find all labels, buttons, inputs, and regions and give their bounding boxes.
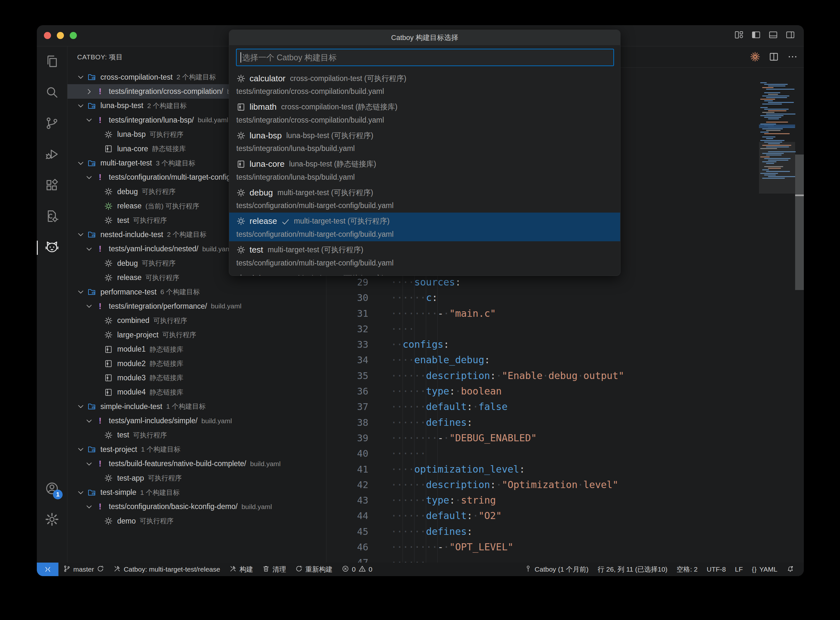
chevron-down-icon[interactable] <box>84 173 94 182</box>
cursor-position[interactable]: 行 26, 列 11 (已选择10) <box>597 565 668 574</box>
minimap[interactable] <box>759 68 795 563</box>
catboy-target[interactable]: Catboy: multi-target-test/release <box>113 565 220 574</box>
toggle-primary-sidebar-icon[interactable] <box>751 30 761 40</box>
tree-row[interactable]: module4静态链接库 <box>68 385 326 399</box>
layout-customize-icon[interactable] <box>734 30 744 40</box>
indentation[interactable]: 空格: 2 <box>677 565 698 574</box>
chevron-down-icon[interactable] <box>76 444 86 454</box>
code-token: ······ <box>391 448 426 459</box>
code-text: ······type:·string <box>368 492 496 508</box>
tree-row[interactable]: !tests/configuration/basic-kconfig-demo/… <box>68 500 326 514</box>
chevron-down-icon[interactable] <box>76 287 86 297</box>
tree-row[interactable]: !tests/integration/performance/build.yam… <box>68 299 326 313</box>
catboy-rebuild[interactable]: 重新构建 <box>295 565 333 574</box>
eol[interactable]: LF <box>735 566 743 573</box>
code-line: 36······type:·boolean <box>326 384 759 399</box>
tree-row[interactable]: combined可执行程序 <box>68 313 326 328</box>
activity-item-settings-gear[interactable] <box>37 504 67 536</box>
chevron-down-icon[interactable] <box>84 459 94 469</box>
activity-item-accounts[interactable]: 1 <box>37 474 67 504</box>
vertical-scrollbar[interactable] <box>795 68 804 563</box>
tree-row[interactable]: simple-include-test1 个构建目标 <box>68 399 326 414</box>
tree-row[interactable]: module1静态链接库 <box>68 342 326 356</box>
activity-item-search[interactable] <box>37 77 67 108</box>
catboy-star-icon[interactable] <box>750 51 761 62</box>
tree-row[interactable]: module2静态链接库 <box>68 357 326 371</box>
tree-row[interactable]: test-simple1 个构建目标 <box>68 485 326 500</box>
activity-item-catboy-cat[interactable] <box>37 232 67 263</box>
quickpick-item[interactable]: releasemulti-target-test (可执行程序)tests/co… <box>229 212 620 241</box>
quickpick-item[interactable]: testmulti-target-test (可执行程序)tests/confi… <box>229 241 620 270</box>
tree-item-label: tests/yaml-includes/nested/ <box>109 245 198 253</box>
zoom-button[interactable] <box>70 32 77 39</box>
toggle-panel-icon[interactable] <box>768 30 778 40</box>
chevron-down-icon[interactable] <box>76 230 86 239</box>
toggle-secondary-sidebar-icon[interactable] <box>785 30 795 40</box>
line-number: 36 <box>326 384 368 399</box>
activity-item-explorer[interactable] <box>37 47 67 77</box>
remote-indicator[interactable] <box>37 563 59 576</box>
quickpick-item[interactable]: calculatorcross-compilation-test (可执行程序)… <box>229 70 620 98</box>
quickpick-item[interactable]: libmathcross-compilation-test (静态链接库)tes… <box>229 98 620 127</box>
quickpick-item[interactable]: luna-coreluna-bsp-test (静态链接库)tests/inte… <box>229 155 620 184</box>
minimap-line <box>762 128 783 129</box>
tree-row[interactable]: test可执行程序 <box>68 428 326 442</box>
tree-row[interactable]: !tests/yaml-includes/simple/build.yaml <box>68 414 326 428</box>
activity-item-run-debug[interactable] <box>37 139 67 170</box>
git-branch[interactable]: master <box>63 565 104 574</box>
chevron-down-icon[interactable] <box>84 115 94 125</box>
code-token: optimization_level <box>414 463 519 475</box>
chevron-down-icon[interactable] <box>84 502 94 512</box>
chevron-right-icon[interactable] <box>84 87 94 96</box>
minimize-button[interactable] <box>57 32 64 39</box>
tree-item-description: build.yaml <box>198 116 228 124</box>
quickpick-item[interactable]: debugnested-include-test (可执行程序)tests/co… <box>229 270 620 276</box>
catboy-clean[interactable]: 清理 <box>262 565 286 574</box>
code-text: ····enable_debug: <box>368 352 490 368</box>
quickpick-item[interactable]: debugmulti-target-test (可执行程序)tests/conf… <box>229 184 620 212</box>
chevron-down-icon[interactable] <box>76 158 86 168</box>
tree-row[interactable]: test-app可执行程序 <box>68 471 326 485</box>
scrollbar-thumb[interactable] <box>795 155 804 290</box>
chevron-down-icon[interactable] <box>76 488 86 497</box>
problems[interactable]: 00 <box>342 565 372 574</box>
close-button[interactable] <box>44 32 51 39</box>
tree-row[interactable]: test-project1 个构建目标 <box>68 442 326 456</box>
activity-item-source-control[interactable] <box>37 108 67 139</box>
code-line: 35······description:·"Enable·debug·outpu… <box>326 368 759 384</box>
tree-row[interactable]: performance-test6 个构建目标 <box>68 285 326 299</box>
more-actions-icon[interactable] <box>787 51 798 62</box>
chevron-down-icon[interactable] <box>76 101 86 111</box>
source-control-icon <box>45 116 59 132</box>
split-editor-icon[interactable] <box>768 51 779 62</box>
tree-row[interactable]: module3静态链接库 <box>68 371 326 385</box>
code-text: ···· <box>368 321 414 337</box>
tree-row[interactable]: !tests/build-features/native-build-compl… <box>68 457 326 471</box>
activity-item-cpp-tools[interactable] <box>37 201 67 232</box>
language-mode[interactable]: {}YAML <box>752 566 777 573</box>
quickpick-item-main: debugmulti-target-test (可执行程序) <box>236 184 613 200</box>
tree-item-description: build.yaml <box>211 302 241 310</box>
notifications[interactable] <box>786 565 794 574</box>
chevron-down-icon[interactable] <box>84 244 94 254</box>
chevron-down-icon[interactable] <box>84 416 94 426</box>
quickpick-item[interactable]: luna-bspluna-bsp-test (可执行程序)tests/integ… <box>229 127 620 155</box>
code-text: ······description:·"Enable·debug·output" <box>368 368 624 384</box>
encoding[interactable]: UTF-8 <box>707 566 726 573</box>
chevron-down-icon[interactable] <box>76 72 86 82</box>
code-token: : <box>455 277 461 288</box>
quickpick-item-description: multi-target-test (可执行程序) <box>294 216 389 226</box>
tree-row[interactable]: large-project可执行程序 <box>68 328 326 342</box>
minimap-line <box>762 104 782 104</box>
activity-item-extensions[interactable] <box>37 170 67 201</box>
status-label: 重新构建 <box>305 565 333 574</box>
tree-item-label: tests/build-features/native-build-comple… <box>109 459 246 468</box>
tree-row[interactable]: demo可执行程序 <box>68 514 326 528</box>
quickpick-input[interactable]: 选择一个 Catboy 构建目标 <box>236 49 614 66</box>
code-token: ······ <box>391 370 426 381</box>
chevron-down-icon[interactable] <box>76 402 86 411</box>
catboy-build[interactable]: 构建 <box>229 565 253 574</box>
catboy-version[interactable]: Catboy (1 个月前) <box>524 565 588 574</box>
tree-item-label: simple-include-test <box>100 402 162 411</box>
chevron-down-icon[interactable] <box>84 301 94 311</box>
